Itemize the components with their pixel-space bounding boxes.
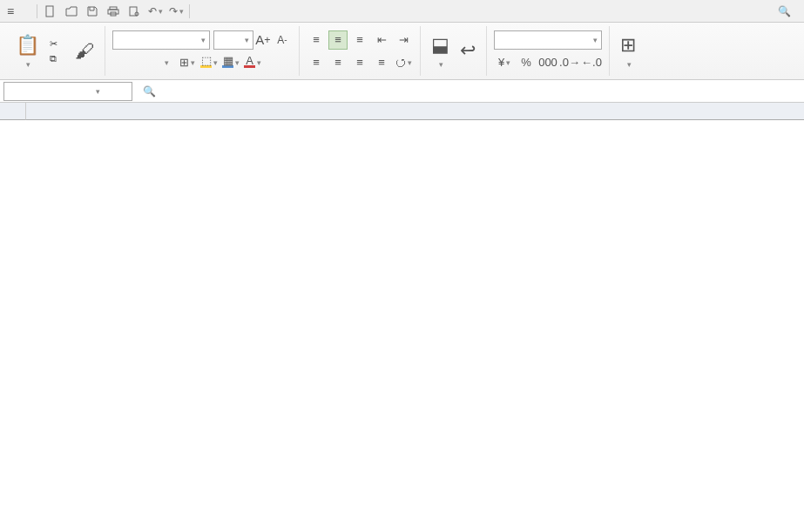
- increase-font-button[interactable]: A+: [253, 30, 273, 50]
- merge-group: ⬓ ▾ ↩: [421, 26, 487, 76]
- font-color-icon: A: [244, 57, 255, 68]
- paste-icon: 📋: [16, 34, 39, 57]
- number-format-select[interactable]: ▾: [494, 30, 602, 50]
- paste-button[interactable]: 📋 ▾: [12, 32, 43, 71]
- redo-icon[interactable]: ↷▾: [168, 3, 184, 19]
- copy-button[interactable]: ⧉: [46, 52, 68, 65]
- cell-style-icon: ▦: [222, 57, 233, 68]
- align-left-button[interactable]: ≡: [307, 53, 326, 72]
- clipboard-group: 📋 ▾ ✂ ⧉ 🖌: [5, 26, 105, 76]
- brush-icon: 🖌: [75, 40, 94, 63]
- style-group: ⊞ ▾: [610, 26, 646, 76]
- wrap-icon: ↩: [460, 39, 476, 62]
- svg-rect-4: [130, 7, 137, 16]
- fx-tools: 🔍: [136, 85, 170, 98]
- fill-color-button[interactable]: ⬚▾: [199, 53, 219, 72]
- print-icon[interactable]: [105, 3, 121, 19]
- font-name-select[interactable]: ▾: [112, 30, 210, 50]
- file-menu[interactable]: [19, 10, 33, 13]
- underline-button[interactable]: ▾: [156, 53, 175, 72]
- search-icon: 🔍: [778, 5, 791, 17]
- bold-button[interactable]: [112, 53, 132, 72]
- formula-bar: ▾ 🔍: [0, 80, 804, 103]
- merge-icon: ⬓: [431, 34, 449, 57]
- font-group: ▾ ▾ A+ A- ▾ ⊞▾ ⬚▾ ▦▾ A▾: [105, 26, 300, 76]
- indent-right-button[interactable]: ⇥: [394, 30, 413, 50]
- open-icon[interactable]: [64, 3, 79, 19]
- ribbon: 📋 ▾ ✂ ⧉ 🖌 ▾ ▾ A+ A- ▾ ⊞▾ ⬚▾ ▦▾ A▾: [0, 23, 804, 80]
- border-button[interactable]: ⊞▾: [178, 53, 197, 72]
- font-size-select[interactable]: ▾: [213, 30, 253, 50]
- orientation-button[interactable]: ⭯▾: [394, 53, 413, 72]
- align-group: ≡ ≡ ≡ ⇤ ⇥ ≡ ≡ ≡ ≡ ⭯▾: [300, 26, 421, 76]
- wrap-button[interactable]: ↩: [456, 37, 479, 65]
- cond-format-icon: ⊞: [620, 34, 636, 57]
- percent-button[interactable]: %: [517, 53, 536, 72]
- cell-style-button[interactable]: ▦▾: [221, 53, 240, 72]
- scissors-icon: ✂: [50, 38, 57, 50]
- decrease-font-button[interactable]: A-: [273, 30, 292, 50]
- currency-button[interactable]: ¥▾: [495, 53, 514, 72]
- indent-left-button[interactable]: ⇤: [372, 30, 391, 50]
- fill-color-icon: ⬚: [200, 57, 212, 68]
- svg-rect-0: [46, 6, 53, 17]
- align-center-button[interactable]: ≡: [328, 53, 348, 72]
- format-brush-button[interactable]: 🖌: [71, 38, 98, 64]
- align-top-button[interactable]: ≡: [307, 30, 326, 50]
- cut-button[interactable]: ✂: [46, 37, 68, 51]
- name-box[interactable]: ▾: [3, 82, 132, 101]
- spreadsheet-grid: [0, 103, 804, 531]
- number-group: ▾ ¥▾ % 000 .0→ ←.0: [487, 26, 610, 76]
- italic-button[interactable]: [134, 53, 153, 72]
- save-icon[interactable]: [84, 3, 100, 19]
- merge-button[interactable]: ⬓ ▾: [428, 32, 453, 71]
- new-icon[interactable]: [43, 3, 58, 19]
- chevron-down-icon: ▾: [69, 87, 126, 96]
- print-preview-icon[interactable]: [126, 3, 142, 19]
- font-color-button[interactable]: A▾: [243, 53, 262, 72]
- inc-decimal-button[interactable]: .0→: [560, 53, 579, 72]
- comma-button[interactable]: 000: [538, 53, 557, 72]
- copy-icon: ⧉: [50, 53, 57, 64]
- menu-bar: ≡ ↶▾ ↷▾ 🔍: [0, 0, 804, 23]
- select-all-corner[interactable]: [0, 103, 26, 120]
- align-bottom-button[interactable]: ≡: [350, 30, 369, 50]
- align-middle-button[interactable]: ≡: [328, 30, 348, 50]
- hamburger-icon[interactable]: ≡: [3, 4, 17, 18]
- search-command[interactable]: 🔍: [778, 5, 801, 17]
- column-headers: [26, 103, 804, 120]
- zoom-icon[interactable]: 🔍: [143, 85, 156, 98]
- separator: [37, 4, 37, 18]
- dec-decimal-button[interactable]: ←.0: [582, 53, 601, 72]
- separator: [189, 4, 190, 18]
- undo-icon[interactable]: ↶▾: [147, 3, 163, 19]
- cond-format-button[interactable]: ⊞ ▾: [617, 32, 639, 71]
- align-right-button[interactable]: ≡: [350, 53, 369, 72]
- align-justify-button[interactable]: ≡: [372, 53, 391, 72]
